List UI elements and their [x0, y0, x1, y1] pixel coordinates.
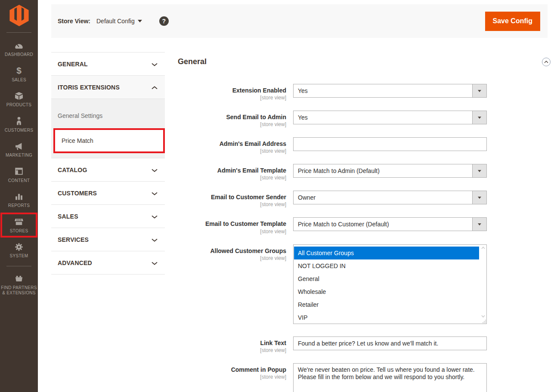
sidebar-item-products[interactable]: PRODUCTS	[0, 86, 38, 112]
sidebar-item-reports[interactable]: REPORTS	[0, 187, 38, 213]
resize-grip-icon[interactable]	[482, 319, 486, 323]
chevron-down-icon	[152, 166, 158, 174]
config-subitem-price-match[interactable]: Price Match	[53, 128, 165, 153]
extension-enabled-select[interactable]: Yes	[293, 84, 487, 98]
dropdown-arrow-icon[interactable]	[472, 84, 486, 97]
comment-in-popup-textarea[interactable]: We're never beaten on price. Tell us whe…	[293, 363, 487, 392]
send-email-to-admin-select[interactable]: Yes	[293, 111, 487, 124]
field-scope: [store view]	[178, 95, 286, 101]
person-icon	[1, 116, 37, 126]
allowed-customer-groups-multiselect[interactable]: All Customer Groups NOT LOGGED IN Genera…	[293, 244, 487, 324]
multiselect-scrollbar[interactable]	[480, 245, 486, 318]
field-scope: [store view]	[178, 121, 286, 127]
gear-icon	[1, 242, 37, 252]
field-label: Allowed Customer Groups	[178, 247, 286, 254]
admin-sidebar: DASHBOARD $ SALES PRODUCTS CUSTOMERS MAR…	[0, 0, 38, 392]
scroll-up-icon	[481, 247, 485, 249]
config-section-advanced[interactable]: ADVANCED	[51, 251, 165, 275]
email-to-customer-template-select[interactable]: Price Match to Customer (Default)	[293, 217, 487, 231]
option-not-logged-in[interactable]: NOT LOGGED IN	[294, 259, 479, 272]
config-section-sales[interactable]: SALES	[51, 205, 165, 228]
svg-text:$: $	[16, 66, 22, 75]
dropdown-arrow-icon[interactable]	[472, 218, 486, 231]
main-area: Store View: Default Config ? Save Config…	[38, 0, 560, 392]
sidebar-item-customers[interactable]: CUSTOMERS	[0, 112, 38, 137]
form-section-header: General	[178, 52, 551, 66]
gauge-icon	[1, 40, 37, 50]
store-view-dropdown[interactable]: Default Config	[96, 18, 142, 25]
bar-chart-icon	[1, 191, 37, 201]
sidebar-item-content[interactable]: CONTENT	[0, 162, 38, 188]
dropdown-arrow-icon[interactable]	[472, 111, 486, 124]
sidebar-item-find-partners[interactable]: FIND PARTNERS & EXTENSIONS	[0, 269, 38, 300]
field-label: Admin's Email Template	[178, 167, 286, 174]
field-extension-enabled: Extension Enabled [store view] Yes	[178, 84, 551, 101]
dropdown-arrow-icon[interactable]	[472, 191, 486, 204]
help-icon[interactable]: ?	[159, 16, 169, 26]
link-text-input[interactable]	[293, 336, 487, 350]
field-label: Extension Enabled	[178, 87, 286, 94]
field-admin-email-address: Admin's Email Address [store view]	[178, 137, 551, 154]
field-label: Email to Customer Template	[178, 220, 286, 227]
caret-down-icon	[138, 20, 142, 22]
field-label: Comment in Popup	[178, 366, 286, 373]
megaphone-icon	[1, 141, 37, 151]
config-section-services[interactable]: SERVICES	[51, 228, 165, 251]
option-general[interactable]: General	[294, 272, 479, 285]
dollar-icon: $	[1, 66, 37, 76]
sidebar-item-sales[interactable]: $ SALES	[0, 62, 38, 87]
dropdown-arrow-icon[interactable]	[472, 164, 486, 177]
field-admin-email-template: Admin's Email Template [store view] Pric…	[178, 164, 551, 181]
field-label: Admin's Email Address	[178, 140, 286, 147]
option-retailer[interactable]: Retailer	[294, 298, 479, 311]
sidebar-item-system[interactable]: SYSTEM	[0, 238, 38, 263]
field-scope: [store view]	[178, 374, 286, 380]
sidebar-nav: DASHBOARD $ SALES PRODUCTS CUSTOMERS MAR…	[0, 36, 38, 300]
save-config-button[interactable]: Save Config	[485, 12, 540, 31]
field-scope: [store view]	[178, 201, 286, 207]
config-subsection-list: General Settings Price Match	[51, 99, 165, 158]
option-vip[interactable]: VIP	[294, 311, 479, 324]
page-toolbar: Store View: Default Config ? Save Config	[51, 4, 548, 38]
field-scope: [store view]	[178, 148, 286, 154]
collapse-section-icon[interactable]	[542, 58, 551, 66]
sidebar-item-marketing[interactable]: MARKETING	[0, 137, 38, 162]
brick-icon	[1, 274, 37, 284]
config-section-general[interactable]: GENERAL	[51, 52, 165, 76]
field-scope: [store view]	[178, 175, 286, 181]
option-wholesale[interactable]: Wholesale	[294, 285, 479, 298]
config-form: General Extension Enabled [store view] Y…	[178, 52, 560, 392]
config-section-itoris-extensions[interactable]: ITORIS EXTENSIONS	[51, 76, 165, 99]
option-all-customer-groups[interactable]: All Customer Groups	[294, 247, 479, 259]
admin-email-template-select[interactable]: Price Match to Admin (Default)	[293, 164, 487, 178]
email-to-customer-sender-select[interactable]: Owner	[293, 191, 487, 204]
config-section-catalog[interactable]: CATALOG	[51, 158, 165, 182]
field-scope: [store view]	[178, 347, 286, 353]
field-link-text: Link Text [store view]	[178, 336, 551, 353]
admin-email-address-input[interactable]	[293, 137, 487, 151]
section-title: General	[178, 57, 207, 66]
chevron-down-icon	[152, 259, 158, 267]
field-scope: [store view]	[178, 228, 286, 235]
chevron-down-icon	[152, 189, 158, 197]
field-email-to-customer-template: Email to Customer Template [store view] …	[178, 217, 551, 234]
config-section-customers[interactable]: CUSTOMERS	[51, 182, 165, 205]
chevron-down-icon	[152, 213, 158, 220]
content-row: GENERAL ITORIS EXTENSIONS General Settin…	[38, 38, 560, 392]
sidebar-divider	[6, 266, 31, 266]
storefront-icon	[3, 217, 35, 227]
form-rows: Extension Enabled [store view] Yes Send …	[178, 84, 551, 392]
sidebar-item-dashboard[interactable]: DASHBOARD	[0, 36, 38, 62]
field-label: Email to Customer Sender	[178, 194, 286, 201]
config-subitem-general-settings[interactable]: General Settings	[51, 103, 165, 128]
field-label: Link Text	[178, 340, 286, 346]
config-section-nav: GENERAL ITORIS EXTENSIONS General Settin…	[51, 52, 165, 275]
chevron-down-icon	[152, 236, 158, 244]
store-view-switcher: Store View: Default Config ?	[58, 16, 169, 26]
chevron-down-icon	[152, 60, 158, 68]
field-email-to-customer-sender: Email to Customer Sender [store view] Ow…	[178, 191, 551, 207]
magento-logo[interactable]	[0, 0, 38, 32]
box-icon	[1, 91, 37, 101]
sidebar-item-stores[interactable]: STORES	[0, 213, 37, 238]
field-send-email-to-admin: Send Email to Admin [store view] Yes	[178, 111, 551, 127]
